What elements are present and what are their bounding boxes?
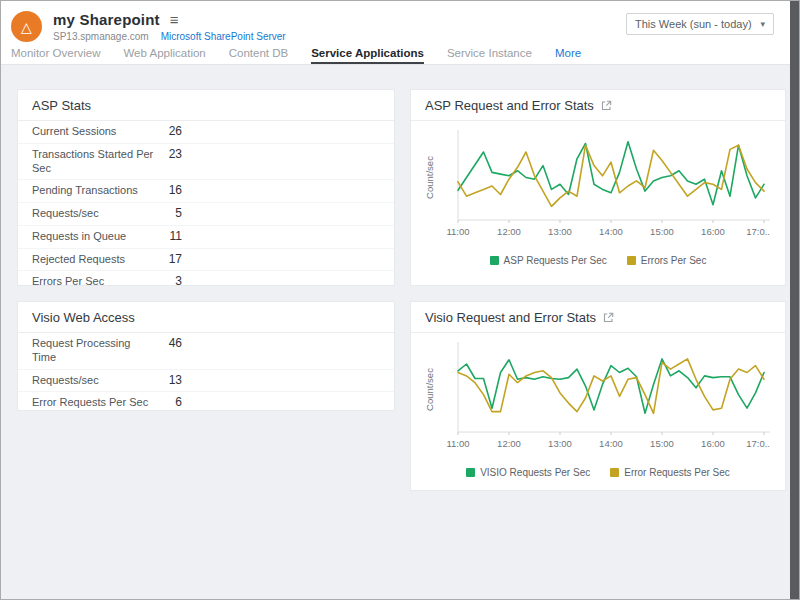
tab-content-db[interactable]: Content DB: [229, 47, 288, 64]
stat-label: Current Sessions: [32, 125, 154, 139]
monitor-host: SP13.spmanage.com: [53, 31, 149, 42]
legend-swatch: [627, 256, 636, 265]
x-tick-label: 14:00: [599, 226, 623, 237]
legend-swatch: [466, 468, 475, 477]
series-line-errors-per-sec: [458, 145, 764, 206]
y-axis-label: Count/sec: [424, 156, 435, 199]
asp-line-chart: 11:0012:0013:0014:0015:0016:0017:0..Coun…: [424, 123, 772, 245]
stat-value: 6: [154, 396, 182, 410]
asp-stats-rows: Current Sessions26Transactions Started P…: [18, 121, 394, 286]
stat-row: Error Requests Per Sec6: [18, 391, 394, 411]
stat-row: Requests/sec5: [18, 202, 394, 225]
x-tick-label: 13:00: [548, 226, 572, 237]
visio-web-access-panel: Visio Web Access Request Processing Time…: [17, 301, 395, 411]
chart-title-text: ASP Request and Error Stats: [425, 98, 594, 113]
legend-item-visio-requests-per-sec[interactable]: VISIO Requests Per Sec: [466, 467, 590, 478]
x-tick-label: 12:00: [497, 438, 521, 449]
time-range-value: This Week (sun - today): [635, 18, 752, 30]
chart-title: ASP Request and Error Stats: [411, 90, 785, 121]
asp-chart-panel: ASP Request and Error Stats 11:0012:0013…: [410, 89, 786, 286]
legend-swatch: [490, 256, 499, 265]
stat-value: 26: [154, 125, 182, 139]
x-tick-label: 16:00: [701, 226, 725, 237]
x-tick-label: 17:0..: [746, 438, 770, 449]
x-tick-label: 13:00: [548, 438, 572, 449]
tab-web-application[interactable]: Web Application: [123, 47, 205, 64]
x-tick-label: 12:00: [497, 226, 521, 237]
stat-row: Pending Transactions16: [18, 179, 394, 202]
window-scrollbar[interactable]: [790, 1, 799, 599]
legend-item-error-requests-per-sec[interactable]: Error Requests Per Sec: [610, 467, 730, 478]
chart-title-text: Visio Request and Error Stats: [425, 310, 596, 325]
dashboard-content: ASP Stats Current Sessions26Transactions…: [1, 65, 799, 491]
stat-value: 5: [154, 207, 182, 221]
visio-stats-rows: Request Processing Time46Requests/sec13E…: [18, 333, 394, 411]
stat-row: Request Processing Time46: [18, 333, 394, 369]
x-tick-label: 11:00: [446, 226, 469, 237]
stat-row: Current Sessions26: [18, 121, 394, 143]
legend-label: Errors Per Sec: [641, 255, 707, 266]
stat-value: 23: [154, 148, 182, 162]
left-column: ASP Stats Current Sessions26Transactions…: [17, 89, 395, 491]
stat-value: 11: [154, 230, 182, 244]
monitor-header: △ my Sharepoint ≡ SP13.spmanage.com Micr…: [1, 1, 799, 45]
app-window: △ my Sharepoint ≡ SP13.spmanage.com Micr…: [0, 0, 800, 600]
tab-more[interactable]: More: [555, 47, 581, 64]
legend-item-errors-per-sec[interactable]: Errors Per Sec: [627, 255, 707, 266]
visio-line-chart: 11:0012:0013:0014:0015:0016:0017:0..Coun…: [424, 335, 772, 457]
monitor-status-badge: △: [11, 11, 42, 42]
hamburger-menu-icon[interactable]: ≡: [170, 12, 179, 27]
stat-row: Rejected Requests17: [18, 248, 394, 271]
panel-title-text: ASP Stats: [32, 98, 91, 113]
monitor-title: my Sharepoint: [53, 11, 160, 28]
stat-value: 16: [154, 184, 182, 198]
visio-chart-legend: VISIO Requests Per SecError Requests Per…: [411, 467, 785, 478]
stat-value: 13: [154, 374, 182, 388]
panel-title: ASP Stats: [18, 90, 394, 121]
tab-service-instance[interactable]: Service Instance: [447, 47, 532, 64]
stat-value: 17: [154, 253, 182, 267]
legend-label: Error Requests Per Sec: [624, 467, 730, 478]
popout-icon[interactable]: [603, 312, 614, 323]
stat-label: Errors Per Sec: [32, 275, 154, 286]
stat-label: Rejected Requests: [32, 253, 154, 267]
warning-icon: △: [21, 20, 32, 34]
stat-row: Requests/sec13: [18, 369, 394, 392]
monitor-type-link[interactable]: Microsoft SharePoint Server: [161, 31, 286, 42]
stat-label: Requests in Queue: [32, 230, 154, 244]
tab-monitor-overview[interactable]: Monitor Overview: [11, 47, 100, 64]
stat-label: Transactions Started Per Sec: [32, 148, 154, 176]
legend-item-asp-requests-per-sec[interactable]: ASP Requests Per Sec: [490, 255, 607, 266]
stat-label: Pending Transactions: [32, 184, 154, 198]
x-tick-label: 14:00: [599, 438, 623, 449]
tab-service-applications[interactable]: Service Applications: [311, 47, 424, 64]
x-tick-label: 15:00: [650, 226, 674, 237]
asp-chart-legend: ASP Requests Per SecErrors Per Sec: [411, 255, 785, 266]
right-column: ASP Request and Error Stats 11:0012:0013…: [410, 89, 786, 491]
chart-title: Visio Request and Error Stats: [411, 302, 785, 333]
stat-label: Requests/sec: [32, 374, 154, 388]
x-tick-label: 11:00: [446, 438, 469, 449]
popout-icon[interactable]: [601, 100, 612, 111]
y-axis-label: Count/sec: [424, 368, 435, 411]
x-tick-label: 15:00: [650, 438, 674, 449]
x-tick-label: 17:0..: [746, 226, 770, 237]
series-line-visio-requests-per-sec: [458, 359, 764, 413]
stat-label: Requests/sec: [32, 207, 154, 221]
stat-row: Errors Per Sec3: [18, 270, 394, 286]
legend-swatch: [610, 468, 619, 477]
panel-title: Visio Web Access: [18, 302, 394, 333]
panel-title-text: Visio Web Access: [32, 310, 135, 325]
time-range-select[interactable]: This Week (sun - today) ▾: [626, 13, 774, 35]
stat-value: 3: [154, 275, 182, 286]
tab-bar: Monitor OverviewWeb ApplicationContent D…: [1, 45, 799, 65]
stat-label: Request Processing Time: [32, 337, 154, 365]
legend-label: ASP Requests Per Sec: [504, 255, 607, 266]
stat-row: Transactions Started Per Sec23: [18, 143, 394, 180]
legend-label: VISIO Requests Per Sec: [480, 467, 590, 478]
x-tick-label: 16:00: [701, 438, 725, 449]
series-line-asp-requests-per-sec: [458, 142, 764, 205]
stat-label: Error Requests Per Sec: [32, 396, 154, 410]
asp-stats-panel: ASP Stats Current Sessions26Transactions…: [17, 89, 395, 286]
visio-chart-panel: Visio Request and Error Stats 11:0012:00…: [410, 301, 786, 491]
